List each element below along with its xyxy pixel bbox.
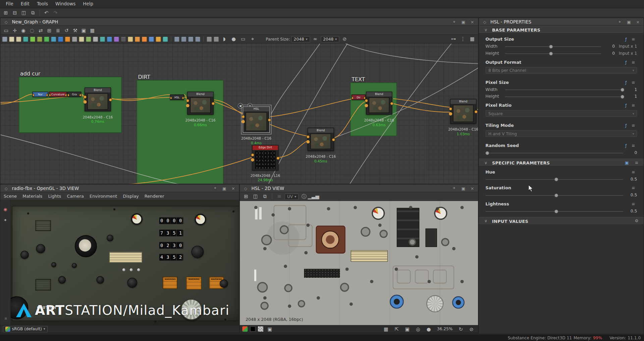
graph-node-edge-dirt[interactable]: Edge Dirt	[252, 145, 278, 170]
function-icon[interactable]: ƒ	[622, 103, 630, 107]
dot-icon[interactable]: ●	[425, 325, 433, 333]
comment-icon[interactable]: ◗	[220, 35, 228, 43]
node-grayscale[interactable]: Gra	[67, 92, 82, 97]
screenshot-icon[interactable]: ◉	[19, 27, 28, 34]
save-all-icon[interactable]: ⧉	[29, 9, 37, 16]
move-tool-icon[interactable]: ✛	[11, 27, 19, 34]
function-icon[interactable]: ƒ	[622, 37, 630, 41]
menu-windows[interactable]: Windows	[52, 0, 79, 7]
tools-icon[interactable]: ⚒	[71, 27, 79, 34]
uv-dropdown[interactable]: UV▾	[285, 193, 299, 199]
link-icon[interactable]: ∞	[311, 35, 319, 43]
menu-environment[interactable]: Environment	[90, 194, 117, 199]
preset-menu-icon[interactable]: ≡	[630, 60, 637, 64]
menu-camera[interactable]: Camera	[67, 194, 84, 199]
refresh-icon[interactable]: ↻	[457, 325, 465, 333]
close-icon[interactable]: ×	[635, 19, 641, 24]
pin-icon[interactable]: ⌖	[212, 186, 219, 191]
view3d-viewport[interactable]: 0 0 0 0 7 3 5 1 0 2 3 0 4 3 5 2 WARNING …	[11, 200, 239, 325]
select-tool-icon[interactable]: ▭	[2, 27, 10, 34]
frame-node-icon[interactable]: ▭	[239, 35, 247, 43]
menu-materials[interactable]: Materials	[22, 194, 42, 199]
menu-display[interactable]: Display	[123, 194, 139, 199]
node-palette-icon[interactable]	[128, 36, 133, 42]
view2d-viewport[interactable]: 2048 x 2048 (RGBA, 16bpc)	[240, 201, 478, 325]
node-palette-icon[interactable]	[2, 36, 7, 42]
anchor-icon[interactable]: ⌖	[249, 35, 257, 43]
dock-icon[interactable]: ▣	[221, 186, 228, 190]
graph-node-blend[interactable]: Blend	[308, 128, 334, 151]
pixel-ratio-dropdown[interactable]: Square ▾	[485, 110, 637, 117]
node-palette-icon[interactable]	[58, 36, 63, 42]
node-palette-icon[interactable]	[9, 36, 14, 42]
clear-size-icon[interactable]: ⊘	[340, 35, 348, 43]
pin-icon[interactable]: ⌖	[451, 19, 458, 25]
graph-node-hsl-selected[interactable]: HSL	[243, 106, 270, 133]
preset-save-icon[interactable]: ▣	[623, 160, 631, 165]
node-finder-icon[interactable]: ⊶	[449, 35, 458, 43]
pixel-view-icon[interactable]: ▣	[403, 325, 411, 333]
node-palette-icon[interactable]	[93, 36, 98, 42]
save-icon[interactable]: ◫	[20, 9, 28, 16]
function-icon[interactable]: ƒ	[622, 143, 630, 148]
preset-menu-icon[interactable]: ≡	[630, 202, 637, 206]
frame-icon[interactable]: ▣	[80, 27, 88, 34]
zoom-level[interactable]: 36.25%	[435, 327, 454, 331]
function-icon[interactable]: ƒ	[622, 60, 630, 64]
subgraph-icon[interactable]: ▦	[468, 35, 476, 43]
graph-node-blend[interactable]: Blend	[85, 88, 111, 111]
grid-toggle-icon[interactable]: ▦	[382, 325, 390, 333]
link-mode-icon[interactable]: ⇄	[37, 27, 45, 34]
random-seed-slider[interactable]	[485, 150, 623, 155]
output-height-slider[interactable]	[505, 51, 601, 56]
gear-icon[interactable]: ⚙	[633, 218, 640, 223]
close-icon[interactable]: ×	[230, 186, 237, 190]
center-icon[interactable]: ◎	[414, 325, 422, 333]
node-palette-icon[interactable]	[100, 36, 105, 42]
node-palette-icon[interactable]	[114, 36, 119, 42]
open-icon[interactable]: ⊟	[11, 9, 19, 16]
hue-slider[interactable]	[485, 177, 623, 182]
histogram-icon[interactable]: ▁▃▅	[309, 193, 317, 200]
menu-scene[interactable]: Scene	[4, 194, 17, 199]
grid-icon[interactable]: ▦	[88, 27, 96, 34]
node-palette-icon[interactable]	[65, 36, 70, 42]
node-palette-icon[interactable]	[51, 36, 56, 42]
node-palette-icon[interactable]	[188, 36, 194, 42]
dock-icon[interactable]: ▣	[626, 19, 632, 24]
node-curvature[interactable]: Curvature	[49, 92, 67, 97]
preset-menu-icon[interactable]: ≡	[633, 160, 640, 165]
menu-file[interactable]: File	[2, 0, 16, 7]
node-palette-icon[interactable]	[37, 36, 42, 42]
reset-view-icon[interactable]: ↺	[62, 27, 70, 34]
node-palette-icon[interactable]	[121, 36, 126, 42]
axis-icon[interactable]: ⌗	[2, 315, 9, 322]
pixel-height-slider[interactable]	[505, 94, 623, 99]
light-icon[interactable]: ✦	[2, 216, 9, 223]
node-palette-icon[interactable]	[174, 36, 179, 42]
preset-menu-icon[interactable]: ≡	[630, 103, 637, 107]
lightness-slider[interactable]	[485, 208, 623, 213]
info-icon[interactable]: ⓘ	[300, 193, 308, 200]
node-palette-icon[interactable]	[149, 36, 154, 42]
node-palette-icon[interactable]	[135, 36, 140, 42]
node-hsl-pill[interactable]: HSL	[170, 95, 184, 100]
display-output-button[interactable]: ▣	[238, 103, 243, 108]
node-palette-icon[interactable]	[142, 36, 147, 42]
menu-help[interactable]: Help	[79, 0, 96, 7]
lock-icon[interactable]: ⊘	[467, 325, 475, 333]
close-icon[interactable]: ×	[469, 19, 476, 24]
tiling-mode-dropdown[interactable]: H and V Tiling ▾	[485, 130, 637, 137]
menu-tools[interactable]: Tools	[34, 0, 51, 7]
node-palette-icon[interactable]	[207, 36, 212, 42]
output-width-slider[interactable]	[505, 44, 601, 49]
checker-icon[interactable]	[258, 326, 263, 332]
node-palette-icon[interactable]	[163, 36, 168, 42]
preset-menu-icon[interactable]: ≡	[630, 37, 637, 41]
copy-image-icon[interactable]: ⧉	[261, 193, 269, 200]
pin-icon[interactable]: ⌖	[451, 186, 458, 191]
node-palette-icon[interactable]	[156, 36, 161, 42]
graph-node-blend[interactable]: Blend	[450, 99, 476, 124]
align-icon[interactable]: ≣	[54, 27, 62, 34]
function-icon[interactable]: ƒ	[622, 80, 630, 84]
